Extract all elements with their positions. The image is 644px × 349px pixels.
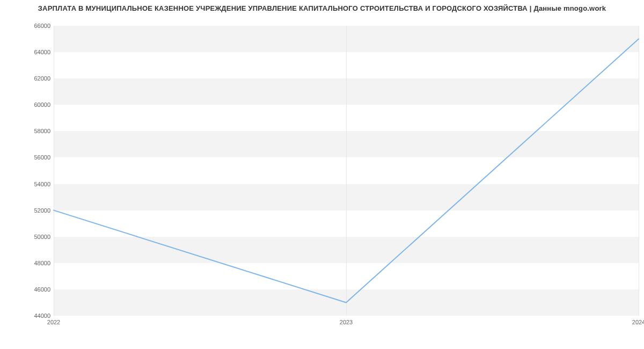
y-tick-label: 48000 <box>18 260 50 266</box>
chart-container: ЗАРПЛАТА В МУНИЦИПАЛЬНОЕ КАЗЕННОЕ УЧРЕЖД… <box>0 0 644 349</box>
y-tick-label: 62000 <box>18 75 50 82</box>
y-tick-label: 52000 <box>18 207 50 214</box>
x-tick-label: 2024 <box>632 319 644 325</box>
y-tick-label: 60000 <box>18 101 50 108</box>
plot-area <box>54 26 639 316</box>
x-tick-label: 2022 <box>47 319 60 325</box>
y-tick-label: 56000 <box>18 154 50 161</box>
series-line <box>54 39 639 303</box>
y-tick-label: 44000 <box>18 312 50 319</box>
y-tick-label: 54000 <box>18 181 50 187</box>
chart-title: ЗАРПЛАТА В МУНИЦИПАЛЬНОЕ КАЗЕННОЕ УЧРЕЖД… <box>0 4 644 12</box>
gridline-vertical <box>639 26 639 316</box>
y-tick-label: 50000 <box>18 234 50 240</box>
line-layer <box>54 26 639 316</box>
y-tick-label: 64000 <box>18 49 50 55</box>
y-tick-label: 66000 <box>18 23 50 29</box>
x-tick-label: 2023 <box>340 319 353 325</box>
y-tick-label: 46000 <box>18 286 50 293</box>
y-tick-label: 58000 <box>18 128 50 134</box>
